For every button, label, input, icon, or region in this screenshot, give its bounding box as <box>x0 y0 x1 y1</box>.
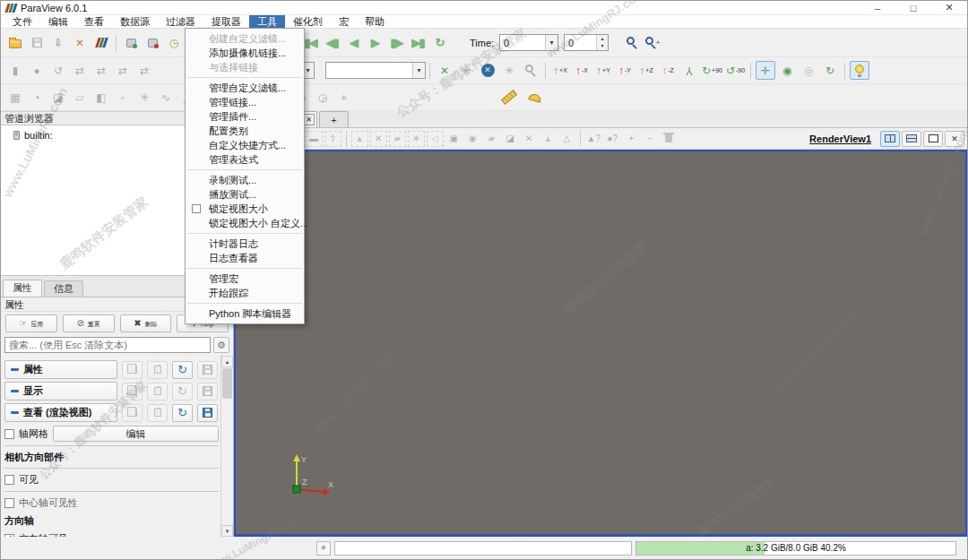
view-isometric-button[interactable]: Y <box>679 61 699 80</box>
play-forward-button[interactable]: ▶ <box>365 33 385 52</box>
view-plus-z-button[interactable]: ↑+Z <box>636 61 656 80</box>
rotate-90-cw-button[interactable]: ↻+90 <box>701 61 723 80</box>
tools-menu-item-20[interactable]: 开始跟踪 <box>186 286 304 300</box>
menu-sources[interactable]: 数据源 <box>112 15 158 29</box>
connect-button[interactable] <box>91 33 111 52</box>
last-frame-button[interactable]: ▶▮ <box>408 33 428 52</box>
frame-spinner[interactable]: 0 ▴▾ <box>564 34 609 51</box>
tools-menu-item-11[interactable]: 录制测试... <box>186 173 304 187</box>
menu-view[interactable]: 查看 <box>76 15 112 29</box>
tools-menu-item-13[interactable]: 锁定视图大小 <box>186 202 304 216</box>
temporal-cache-button[interactable]: ◷ <box>164 33 184 52</box>
rotate-90-ccw-button[interactable]: ↺-90 <box>725 61 746 80</box>
close-button[interactable]: ✕ <box>931 1 967 15</box>
apply-button[interactable]: ☞应用 <box>5 314 57 332</box>
panel-scrollbar[interactable]: ▴ ▾ <box>220 356 233 537</box>
menu-catalyst[interactable]: 催化剂 <box>285 15 331 29</box>
zoom-to-data-button[interactable] <box>622 33 642 52</box>
view-minus-x-button[interactable]: ↑-X <box>572 61 592 80</box>
protractor-button[interactable] <box>523 88 548 107</box>
catalyst-connect-button[interactable] <box>121 33 141 52</box>
zoom-closest-to-data-button[interactable]: + <box>644 33 663 52</box>
tools-menu-item-6[interactable]: 管理插件... <box>186 109 304 124</box>
properties-section-header[interactable]: 属性 <box>4 360 117 379</box>
center-axes-visibility-checkbox[interactable] <box>4 498 14 508</box>
reset-camera-button[interactable]: ✕ <box>435 61 454 80</box>
tools-menu-item-14[interactable]: 锁定视图大小 自定义... <box>186 216 304 230</box>
spin-down-icon[interactable]: ▾ <box>597 42 608 49</box>
show-center-axes-button[interactable]: ✛ <box>756 61 775 80</box>
render-viewport[interactable]: Y X Z <box>234 150 967 537</box>
menu-macros[interactable]: 宏 <box>331 15 357 29</box>
play-backward-button[interactable]: ◀ <box>343 33 363 52</box>
gear-icon[interactable]: ⚙ <box>213 337 229 353</box>
axis-grid-checkbox[interactable] <box>4 429 14 439</box>
camera-widget-visible-checkbox[interactable] <box>4 475 14 485</box>
frame-spinner-arrows[interactable]: ▴▾ <box>596 35 608 50</box>
tab-properties[interactable]: 属性 <box>3 280 42 297</box>
light-toggle-button[interactable] <box>850 61 869 80</box>
abort-button[interactable]: ✳ <box>316 541 331 556</box>
scroll-down-icon[interactable]: ▾ <box>221 525 233 537</box>
close-view-button[interactable]: ✕ <box>945 131 964 147</box>
menu-file[interactable]: 文件 <box>4 15 40 29</box>
menu-extractors[interactable]: 提取器 <box>203 15 249 29</box>
tools-menu-item-7[interactable]: 配置类别 <box>186 124 304 138</box>
tools-menu-item-12[interactable]: 播放测试... <box>186 187 304 202</box>
tools-menu-item-5[interactable]: 管理链接... <box>186 95 304 109</box>
view-minus-y-button[interactable]: ↑-Y <box>615 61 635 80</box>
color-by-combo[interactable]: ▾ <box>325 62 426 79</box>
tools-menu-item-4[interactable]: 管理自定义滤镜... <box>186 81 304 95</box>
reset-center-button[interactable]: ◉ <box>777 61 797 80</box>
display-section-header[interactable]: 显示 <box>4 382 117 401</box>
split-horizontal-button[interactable] <box>880 131 900 147</box>
maximize-view-button[interactable] <box>923 131 943 147</box>
search-input[interactable] <box>4 337 211 353</box>
menu-item-checkbox[interactable] <box>192 204 201 213</box>
catalyst-results-button[interactable] <box>143 33 162 52</box>
reset-camera-closest-button[interactable]: ✕ <box>478 61 497 80</box>
time-combo[interactable]: 0 ▾ <box>499 34 558 51</box>
minimize-button[interactable]: – <box>860 1 895 15</box>
view-minus-z-button[interactable]: ↑-Z <box>658 61 678 80</box>
scroll-up-icon[interactable]: ▴ <box>221 356 233 367</box>
view-plus-x-button[interactable]: ↑+X <box>550 61 570 80</box>
color-by-combo-arrow-icon[interactable]: ▾ <box>412 63 425 78</box>
time-value: 0 <box>500 38 513 48</box>
menu-help[interactable]: 帮助 <box>357 15 393 29</box>
rotate-camera-cw-button[interactable]: ↻ <box>820 61 840 80</box>
save-view-button[interactable] <box>197 404 218 422</box>
tools-menu-item-9[interactable]: 管理表达式 <box>186 152 304 167</box>
spin-up-icon[interactable]: ▴ <box>597 35 608 42</box>
load-state-button[interactable]: ⇩ <box>48 33 68 52</box>
add-layout-tab[interactable]: + <box>319 111 349 127</box>
maximize-button[interactable]: □ <box>895 1 931 15</box>
tools-menu-item-22[interactable]: Python 脚本编辑器 <box>186 306 304 321</box>
split-vertical-button[interactable] <box>902 131 921 147</box>
menu-filters[interactable]: 过滤器 <box>158 15 203 29</box>
view-plus-y-button[interactable]: ↑+Y <box>593 61 613 80</box>
tab-information[interactable]: 信息 <box>44 280 83 297</box>
scrollbar-thumb[interactable] <box>222 368 232 399</box>
tools-menu-item-19[interactable]: 管理宏 <box>186 271 304 286</box>
tools-menu-item-17[interactable]: 日志查看器 <box>186 251 304 265</box>
menu-edit[interactable]: 编辑 <box>40 15 76 29</box>
delete-button[interactable]: ✖删除 <box>120 314 172 332</box>
tools-menu-item-1[interactable]: 添加摄像机链接... <box>186 46 304 60</box>
ruler-button[interactable] <box>497 88 522 107</box>
previous-frame-button[interactable]: ◀▮ <box>322 33 341 52</box>
tools-menu-item-16[interactable]: 计时器日志 <box>186 237 304 251</box>
reset-properties-button[interactable]: ↻ <box>172 361 193 379</box>
auto-apply-button[interactable]: ✕ <box>70 33 90 52</box>
save-properties-button <box>197 361 218 379</box>
time-combo-arrow-icon[interactable]: ▾ <box>545 35 557 50</box>
reset-view-button[interactable]: ↻ <box>172 404 193 422</box>
menu-tools[interactable]: 工具 <box>249 15 285 29</box>
loop-button[interactable]: ↻ <box>429 33 449 52</box>
reset-button[interactable]: ⊘重置 <box>63 314 115 332</box>
edit-axis-grid-button[interactable]: 编辑 <box>53 426 219 442</box>
next-frame-button[interactable]: ▮▶ <box>386 33 406 52</box>
tools-menu-item-8[interactable]: 自定义快捷方式... <box>186 138 304 152</box>
open-file-button[interactable] <box>5 33 25 52</box>
view-section-header[interactable]: 查看 (渲染视图) <box>4 403 117 422</box>
